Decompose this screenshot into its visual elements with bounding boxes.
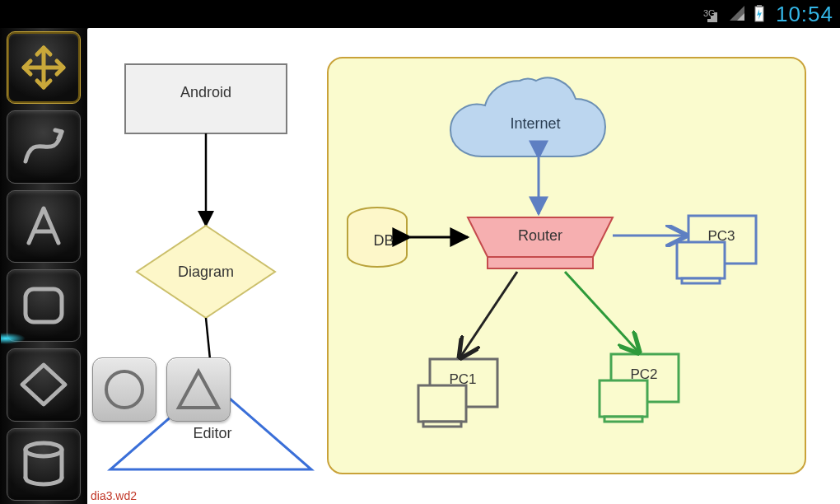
text-icon <box>17 200 70 253</box>
label-diagram: Diagram <box>178 264 234 280</box>
network-3g-icon: 3G <box>703 6 723 22</box>
tool-move[interactable] <box>7 31 81 104</box>
curve-icon <box>17 120 70 173</box>
svg-rect-16 <box>682 278 720 283</box>
left-toolbar <box>0 28 87 504</box>
app-root: Android Diagram Editor Internet <box>0 28 840 504</box>
svg-rect-4 <box>757 5 762 7</box>
tool-curve[interactable] <box>7 110 81 183</box>
shape-db[interactable]: DB <box>348 208 407 267</box>
diamond-icon <box>17 358 70 411</box>
svg-rect-21 <box>600 380 647 417</box>
status-clock: 10:54 <box>772 2 833 27</box>
palette-circle-button[interactable] <box>92 357 156 422</box>
diagram-canvas[interactable]: Android Diagram Editor Internet <box>87 28 840 504</box>
label-router: Router <box>518 227 562 244</box>
svg-rect-19 <box>423 422 461 427</box>
rounded-square-icon <box>17 279 70 332</box>
diagram-svg: Android Diagram Editor Internet <box>87 28 840 504</box>
triangle-icon <box>175 366 222 413</box>
filename-label: dia3.wd2 <box>91 489 137 502</box>
label-editor: Editor <box>193 425 231 441</box>
label-pc1: PC1 <box>449 371 476 387</box>
svg-point-23 <box>106 371 142 408</box>
cylinder-icon <box>17 438 70 491</box>
signal-icon <box>730 6 746 22</box>
svg-rect-22 <box>604 417 642 422</box>
tool-cylinder[interactable] <box>7 428 81 501</box>
svg-marker-24 <box>179 371 218 408</box>
svg-rect-15 <box>677 242 725 278</box>
svg-point-10 <box>26 443 62 456</box>
svg-marker-9 <box>22 365 65 404</box>
network-group[interactable]: Internet Router DB <box>328 58 805 474</box>
svg-rect-8 <box>26 289 62 322</box>
svg-rect-12 <box>488 257 593 268</box>
label-db: DB <box>373 232 394 249</box>
shape-router[interactable]: Router <box>468 217 613 268</box>
tool-text[interactable] <box>7 190 81 263</box>
circle-icon <box>101 366 147 413</box>
label-pc3: PC3 <box>707 228 735 244</box>
svg-rect-18 <box>418 385 466 422</box>
tool-rounded-square[interactable] <box>7 269 81 342</box>
battery-charging-icon <box>753 4 766 24</box>
move-icon <box>17 41 70 94</box>
android-status-bar: 3G 10:54 <box>0 0 840 28</box>
palette-triangle-button[interactable] <box>166 357 231 422</box>
label-android: Android <box>180 84 231 100</box>
label-pc2: PC2 <box>630 366 657 382</box>
label-internet: Internet <box>510 115 560 132</box>
tool-diamond[interactable] <box>7 348 81 421</box>
